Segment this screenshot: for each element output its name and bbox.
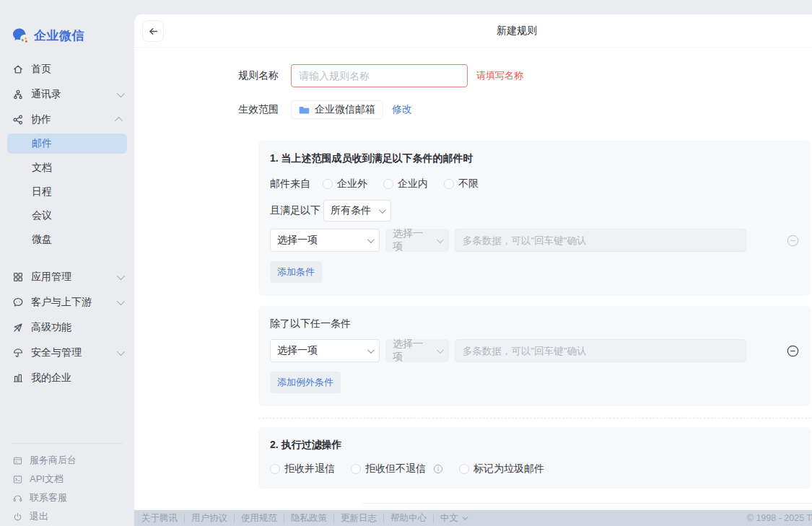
footer-separator bbox=[284, 514, 284, 522]
pre-footer-divider bbox=[362, 503, 812, 504]
match-mode-select[interactable]: 所有条件 bbox=[323, 200, 391, 222]
remove-condition-button[interactable] bbox=[787, 234, 799, 247]
footer-separator bbox=[383, 514, 384, 522]
contacts-icon bbox=[12, 89, 24, 100]
section1-title: 1. 当上述范围成员收到满足以下条件的邮件时 bbox=[270, 152, 799, 165]
action-options-row: 拒收并退信 拒收但不退信 标记为垃圾邮件 bbox=[270, 463, 799, 475]
radio-option-mark-spam[interactable]: 标记为垃圾邮件 bbox=[459, 463, 544, 475]
sidebar-nav: 首页 通讯录 协作 邮件 文档 日程 会议 微盘 bbox=[0, 56, 134, 390]
nav-item-label: 协作 bbox=[31, 113, 51, 126]
subnav-item-mail[interactable]: 邮件 bbox=[7, 133, 127, 154]
radio-circle bbox=[270, 464, 280, 474]
radio-option-reject-silent[interactable]: 拒收但不退信 bbox=[351, 463, 443, 475]
footer-item-label: 退出 bbox=[30, 510, 48, 523]
radio-option-reject-bounce[interactable]: 拒收并退信 bbox=[270, 463, 335, 475]
link-support[interactable]: 联系客服 bbox=[0, 488, 134, 507]
nav-item-label: 我的企业 bbox=[31, 372, 71, 385]
footer-separator bbox=[333, 514, 334, 522]
power-icon bbox=[12, 512, 23, 522]
radio-label: 拒收并退信 bbox=[284, 463, 335, 475]
building-icon bbox=[12, 372, 24, 384]
select-value: 选择一项 bbox=[393, 227, 431, 253]
nav-item-label: 客户与上下游 bbox=[31, 296, 92, 309]
radio-option-external[interactable]: 企业外 bbox=[323, 177, 367, 190]
back-arrow-icon bbox=[148, 26, 159, 37]
exception-title: 除了以下任一条件 bbox=[270, 317, 799, 330]
subnav-item-label: 日程 bbox=[32, 185, 52, 198]
subnav-item-label: 微盘 bbox=[32, 233, 52, 246]
remove-exception-button[interactable] bbox=[787, 345, 799, 357]
chevron-down-icon bbox=[367, 236, 375, 243]
footer-link-agreement[interactable]: 用户协议 bbox=[191, 512, 227, 525]
collab-icon bbox=[12, 114, 24, 126]
condition-row: 选择一项 选择一项 bbox=[270, 229, 799, 252]
footer-link-usage[interactable]: 使用规范 bbox=[241, 512, 277, 525]
scope-value: 企业微信邮箱 bbox=[315, 103, 375, 116]
nav-item-label: 通讯录 bbox=[31, 88, 61, 101]
back-button[interactable] bbox=[142, 20, 164, 42]
mail-from-row: 邮件来自 企业外 企业内 不限 bbox=[270, 177, 799, 190]
add-condition-button[interactable]: 添加条件 bbox=[270, 261, 322, 283]
language-label: 中文 bbox=[440, 512, 458, 525]
match-row: 且满足以下 所有条件 bbox=[270, 200, 799, 222]
subnav-item-schedule[interactable]: 日程 bbox=[0, 180, 134, 203]
nav-item-apps[interactable]: 应用管理 bbox=[0, 264, 134, 289]
subnav-item-drive[interactable]: 微盘 bbox=[0, 227, 134, 251]
add-exception-button[interactable]: 添加例外条件 bbox=[270, 372, 341, 393]
subnav-item-label: 会议 bbox=[32, 209, 52, 222]
chevron-down-icon bbox=[437, 346, 444, 354]
rule-form: 规则名称 请填写名称 生效范围 企业微信邮箱 修改 1. 当上述范围成员收到满足… bbox=[134, 48, 812, 488]
chevron-down-icon bbox=[117, 297, 125, 304]
home-icon bbox=[12, 63, 24, 75]
chevron-down-icon bbox=[117, 271, 125, 279]
copyright-text: © 1998 - 2025 T bbox=[747, 513, 812, 523]
subnav-item-meeting[interactable]: 会议 bbox=[0, 203, 134, 227]
chevron-down-icon bbox=[437, 236, 444, 243]
page-title: 新建规则 bbox=[497, 14, 537, 47]
nav-item-customers[interactable]: 客户与上下游 bbox=[0, 289, 134, 315]
page-header: 新建规则 bbox=[134, 14, 812, 48]
language-select[interactable]: 中文 bbox=[440, 512, 466, 525]
modify-scope-link[interactable]: 修改 bbox=[392, 103, 412, 116]
nav-item-label: 首页 bbox=[31, 63, 51, 76]
select-value: 选择一项 bbox=[393, 338, 431, 364]
nav-item-advanced[interactable]: 高级功能 bbox=[0, 315, 134, 340]
field-select[interactable]: 选择一项 bbox=[270, 339, 380, 362]
nav-item-contacts[interactable]: 通讯录 bbox=[0, 82, 134, 107]
footer-link-changelog[interactable]: 更新日志 bbox=[341, 512, 377, 525]
subnav-item-docs[interactable]: 文档 bbox=[0, 156, 134, 180]
field-select[interactable]: 选择一项 bbox=[270, 229, 380, 252]
nav-item-label: 高级功能 bbox=[31, 321, 71, 334]
footer-link-help[interactable]: 帮助中心 bbox=[390, 512, 427, 525]
sidebar: 企业微信 首页 通讯录 协作 邮件 文档 bbox=[0, 0, 134, 526]
nav-item-collab[interactable]: 协作 bbox=[0, 107, 134, 132]
footer-item-label: 服务商后台 bbox=[30, 454, 77, 467]
chevron-down-icon bbox=[117, 89, 125, 97]
footer-link-about[interactable]: 关于腾讯 bbox=[141, 512, 178, 525]
nav-item-company[interactable]: 我的企业 bbox=[0, 365, 134, 390]
chevron-up-icon bbox=[115, 116, 123, 124]
link-logout[interactable]: 退出 bbox=[0, 507, 134, 526]
chat-smile-icon bbox=[12, 297, 24, 308]
chevron-down-icon bbox=[117, 347, 125, 355]
radio-option-any[interactable]: 不限 bbox=[444, 177, 479, 190]
radio-circle bbox=[383, 179, 393, 189]
exception-section: 除了以下任一条件 选择一项 选择一项 添加例外条件 bbox=[258, 306, 811, 406]
sidebar-divider bbox=[12, 443, 123, 444]
footer-link-privacy[interactable]: 隐私政策 bbox=[291, 512, 327, 525]
apps-grid-icon bbox=[12, 271, 24, 283]
radio-label: 标记为垃圾邮件 bbox=[473, 463, 544, 475]
chevron-down-icon bbox=[462, 514, 468, 520]
subnav-item-label: 文档 bbox=[32, 162, 52, 175]
link-api-docs[interactable]: API文档 bbox=[0, 470, 134, 488]
footer-separator bbox=[234, 514, 235, 522]
headset-icon bbox=[12, 493, 23, 504]
nav-item-home[interactable]: 首页 bbox=[0, 56, 134, 82]
rule-name-input[interactable] bbox=[291, 64, 468, 87]
console-icon bbox=[12, 455, 23, 466]
info-icon[interactable] bbox=[433, 464, 443, 474]
nav-item-security[interactable]: 安全与管理 bbox=[0, 340, 134, 365]
radio-option-internal[interactable]: 企业内 bbox=[383, 177, 428, 190]
link-provider-console[interactable]: 服务商后台 bbox=[0, 451, 134, 470]
radio-label: 企业外 bbox=[337, 177, 367, 190]
